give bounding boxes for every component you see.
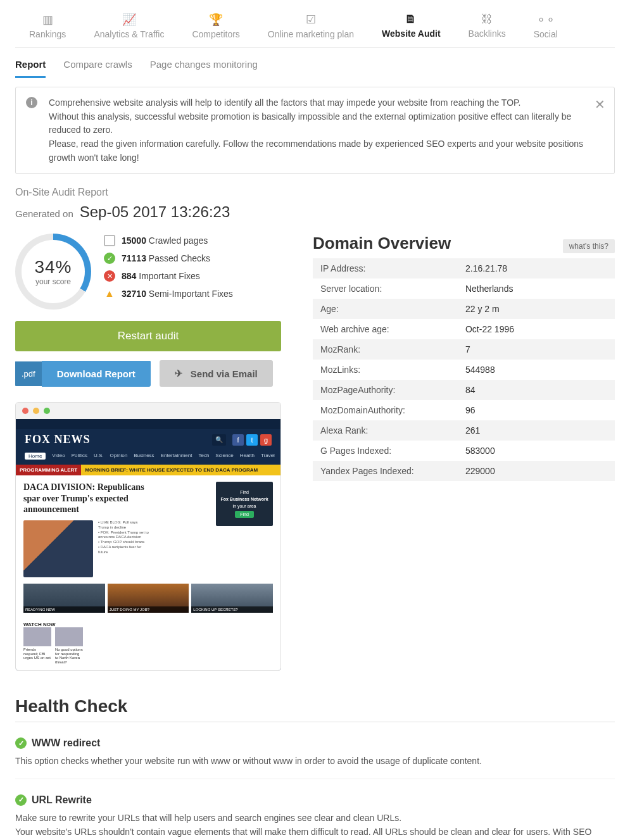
info-icon: i <box>26 97 37 108</box>
table-row: Alexa Rank:261 <box>313 420 615 441</box>
section-label: On-Site Audit Report <box>15 187 615 198</box>
twitter-icon: t <box>246 434 258 446</box>
table-row: MozDomainAuthority:96 <box>313 400 615 420</box>
generated-row: Generated on Sep-05 2017 13:26:23 <box>15 203 615 221</box>
table-row: MozLinks:544988 <box>313 360 615 380</box>
nav-rankings[interactable]: ▥Rankings <box>15 6 80 47</box>
warning-icon: ▲ <box>104 288 115 299</box>
error-icon: ✕ <box>104 270 115 282</box>
preview-menu: HomeVideoPoliticsU.S.OpinionBusinessEnte… <box>16 450 280 465</box>
nav-label: Backlinks <box>469 28 506 39</box>
generated-date: Sep-05 2017 13:26:23 <box>80 203 230 221</box>
nav-label: Analytics & Traffic <box>94 29 164 39</box>
check-icon: ✓ <box>15 737 27 749</box>
score-gauge: 34% your score <box>15 234 91 310</box>
check-icon: ✓ <box>104 253 115 264</box>
nav-analytics[interactable]: 📈Analytics & Traffic <box>80 6 178 47</box>
nav-label: Social <box>534 29 558 39</box>
nav-competitors[interactable]: 🏆Competitors <box>178 6 253 47</box>
nav-label: Website Audit <box>382 28 441 39</box>
page-icon <box>104 235 115 246</box>
domain-overview-title: Domain Overview <box>313 234 451 253</box>
site-preview: FOX NEWS 🔍 f t g HomeVideoPoliticsU.S.Op… <box>15 402 281 671</box>
health-item-url-rewrite: ✓URL Rewrite Make sure to rewrite your U… <box>15 794 615 840</box>
info-alert: i ✕ Comprehensive website analysis will … <box>15 87 615 174</box>
tab-report[interactable]: Report <box>15 54 46 78</box>
checklist-icon: ☑ <box>268 13 354 27</box>
facebook-icon: f <box>232 434 244 446</box>
search-icon: 🔍 <box>212 434 226 446</box>
alert-text-2: Without this analysis, successful websit… <box>49 110 586 137</box>
stat-passed: ✓71113 Passed Checks <box>104 253 233 264</box>
download-report-button[interactable]: .pdf Download Report <box>15 360 151 387</box>
nav-social[interactable]: ⚬⚬Social <box>520 6 572 47</box>
trend-icon: 📈 <box>94 13 164 27</box>
alert-text-3: Please, read the given information caref… <box>49 137 586 165</box>
top-nav: ▥Rankings 📈Analytics & Traffic 🏆Competit… <box>15 6 615 47</box>
stat-semi: ▲32710 Semi-Important Fixes <box>104 288 233 299</box>
health-desc: This option checks whether your website … <box>15 754 615 768</box>
nav-marketing-plan[interactable]: ☑Online marketing plan <box>254 6 368 47</box>
gplus-icon: g <box>260 434 272 446</box>
email-label: Send via Email <box>191 368 258 379</box>
restart-audit-button[interactable]: Restart audit <box>15 321 281 351</box>
table-row: Web archive age:Oct-22 1996 <box>313 319 615 339</box>
preview-headline: DACA DIVISION: Republicans spar over Tru… <box>23 482 150 515</box>
sub-nav: Report Compare crawls Page changes monit… <box>15 54 615 78</box>
health-desc: Make sure to rewrite your URLs that will… <box>15 811 615 840</box>
trophy-icon: 🏆 <box>192 13 239 27</box>
window-close-icon <box>22 408 28 414</box>
nav-website-audit[interactable]: 🗎Website Audit <box>368 6 455 47</box>
table-row: MozRank:7 <box>313 339 615 360</box>
link-chain-icon: ⛓ <box>469 13 506 26</box>
table-row: Server location:Netherlands <box>313 279 615 299</box>
send-email-button[interactable]: ✈ Send via Email <box>160 360 273 387</box>
bar-chart-icon: ▥ <box>29 13 66 27</box>
tab-compare-crawls[interactable]: Compare crawls <box>63 54 132 78</box>
score-value: 34% <box>34 257 72 277</box>
domain-table: IP Address:2.16.21.78 Server location:Ne… <box>313 258 615 481</box>
table-row: Yandex Pages Indexed:229000 <box>313 461 615 481</box>
preview-alert-tag: PROGRAMMING ALERT <box>16 465 81 475</box>
table-row: G Pages Indexed:583000 <box>313 441 615 461</box>
table-row: Age:22 y 2 m <box>313 299 615 319</box>
nav-label: Competitors <box>192 29 239 39</box>
browser-bar <box>16 403 280 419</box>
pdf-chip: .pdf <box>15 361 42 386</box>
generated-label: Generated on <box>15 208 73 219</box>
share-icon: ⚬⚬ <box>534 13 558 27</box>
download-label: Download Report <box>42 361 151 387</box>
stat-important: ✕884 Important Fixes <box>104 270 233 282</box>
table-row: MozPageAuthority:84 <box>313 380 615 400</box>
stat-crawled: 15000 Crawled pages <box>104 235 233 246</box>
table-row: IP Address:2.16.21.78 <box>313 258 615 279</box>
score-sub: your score <box>35 277 71 286</box>
health-check-title: Health Check <box>15 696 615 722</box>
alert-text-1: Comprehensive website analysis will help… <box>49 96 586 110</box>
file-search-icon: 🗎 <box>382 13 441 26</box>
preview-photo <box>23 520 93 577</box>
health-item-www-redirect: ✓WWW redirect This option checks whether… <box>15 737 615 779</box>
nav-label: Rankings <box>29 29 66 39</box>
window-max-icon <box>44 408 50 414</box>
whats-this-button[interactable]: what's this? <box>563 239 615 253</box>
window-min-icon <box>33 408 39 414</box>
nav-label: Online marketing plan <box>268 29 354 39</box>
preview-alert-msg: MORNING BRIEF: WHITE HOUSE EXPECTED TO E… <box>81 465 280 475</box>
preview-brand: FOX NEWS <box>25 433 91 446</box>
tab-page-changes[interactable]: Page changes monitoring <box>150 54 258 78</box>
check-icon: ✓ <box>15 794 27 806</box>
close-icon[interactable]: ✕ <box>595 95 605 115</box>
preview-watch-now: WATCH NOW <box>16 619 280 627</box>
preview-sidebox: Find Fox Business Network in your area F… <box>216 482 273 526</box>
paper-plane-icon: ✈ <box>175 368 183 379</box>
nav-backlinks[interactable]: ⛓Backlinks <box>455 6 520 47</box>
